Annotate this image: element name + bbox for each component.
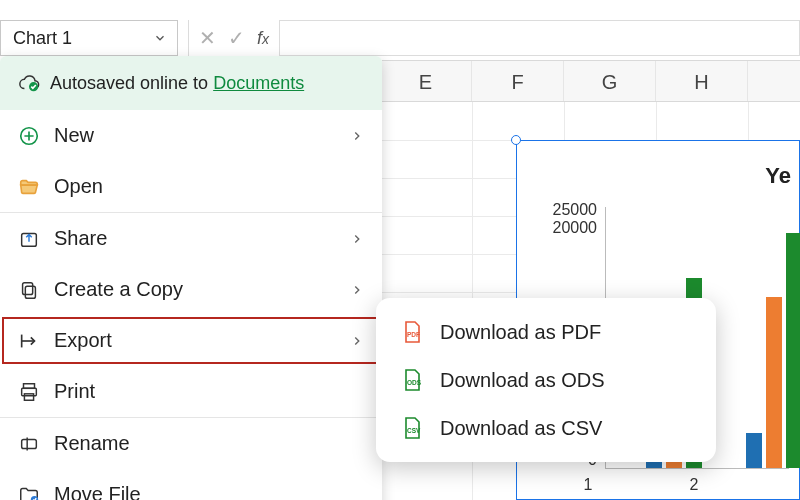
bar [786,233,800,468]
chevron-down-icon [153,31,167,45]
cancel-icon[interactable]: ✕ [199,26,216,50]
export-ods[interactable]: ODS Download as ODS [376,356,716,404]
rename-icon [18,433,40,455]
menu-label: Create a Copy [54,278,183,301]
svg-rect-5 [25,286,35,298]
y-tick: 20000 [553,219,598,237]
copy-icon [18,279,40,301]
chevron-right-icon [350,232,364,246]
print-icon [18,381,40,403]
x-tick: 1 [576,476,600,494]
menu-item-print[interactable]: Print [0,366,382,417]
chart-title: Ye [765,163,791,189]
chevron-right-icon [350,283,364,297]
menu-label: Share [54,227,107,250]
menu-label: Print [54,380,95,403]
name-box[interactable]: Chart 1 [0,20,178,56]
menu-item-export[interactable]: Export [0,315,382,366]
name-box-value: Chart 1 [13,28,72,49]
export-submenu: PDF Download as PDF ODS Download as ODS … [376,298,716,462]
svg-rect-12 [22,439,37,448]
formula-action-group: ✕ ✓ fx [188,20,280,56]
y-tick: 25000 [553,201,598,219]
menu-item-share[interactable]: Share [0,213,382,264]
bar-group [746,233,800,468]
svg-rect-11 [24,393,33,399]
bar [766,297,782,468]
chart-resize-handle[interactable] [511,135,521,145]
export-pdf[interactable]: PDF Download as PDF [376,308,716,356]
cloud-check-icon [18,72,40,94]
move-file-icon [18,484,40,501]
accept-icon[interactable]: ✓ [228,26,245,50]
chevron-right-icon [350,334,364,348]
documents-link[interactable]: Documents [213,73,304,93]
col-header[interactable]: G [564,61,656,101]
svg-text:ODS: ODS [407,379,422,386]
menu-item-rename[interactable]: Rename [0,418,382,469]
col-header[interactable]: H [656,61,748,101]
menu-label: Rename [54,432,130,455]
svg-text:PDF: PDF [407,331,420,338]
menu-item-new[interactable]: New [0,110,382,161]
x-axis-ticks: 1 2 [576,476,706,494]
col-header[interactable]: E [380,61,472,101]
autosave-banner: Autosaved online to Documents [0,56,382,110]
col-header[interactable]: F [472,61,564,101]
ods-file-icon: ODS [400,368,424,392]
autosave-text: Autosaved online to Documents [50,73,304,94]
menu-label: Open [54,175,103,198]
submenu-label: Download as CSV [440,417,602,440]
pdf-file-icon: PDF [400,320,424,344]
file-menu: Autosaved online to Documents New Open S… [0,56,382,500]
submenu-label: Download as PDF [440,321,601,344]
column-headers: E F G H [380,60,800,102]
fx-icon[interactable]: fx [257,28,269,49]
export-csv[interactable]: CSV Download as CSV [376,404,716,452]
export-icon [18,330,40,352]
folder-open-icon [18,176,40,198]
svg-text:CSV: CSV [407,427,421,434]
menu-label: New [54,124,94,147]
formula-input[interactable] [280,20,800,56]
menu-item-create-copy[interactable]: Create a Copy [0,264,382,315]
share-icon [18,228,40,250]
menu-item-open[interactable]: Open [0,161,382,212]
chevron-right-icon [350,129,364,143]
submenu-label: Download as ODS [440,369,605,392]
csv-file-icon: CSV [400,416,424,440]
formula-bar-row: Chart 1 ✕ ✓ fx [0,20,800,56]
menu-label: Move File [54,483,141,500]
x-tick: 2 [682,476,706,494]
menu-item-move-file[interactable]: Move File [0,469,382,500]
plus-circle-icon [18,125,40,147]
bar [746,433,762,468]
svg-rect-6 [23,282,33,294]
menu-label: Export [54,329,112,352]
